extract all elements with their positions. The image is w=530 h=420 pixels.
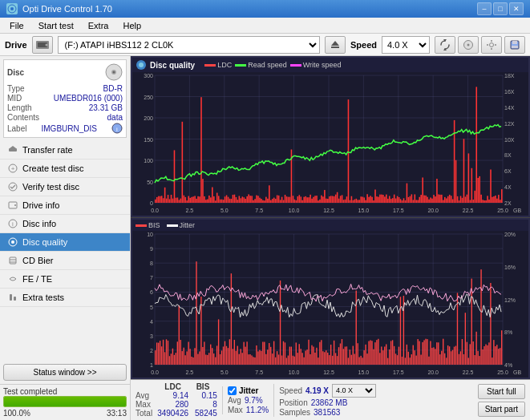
sidebar-item-drive-info[interactable]: Drive info: [0, 196, 130, 215]
title-bar: Opti Drive Control 1.70 – □ ✕: [0, 0, 530, 18]
avg-ldc: 9.14: [157, 391, 195, 400]
contents-value: data: [107, 113, 123, 122]
bis-legend-label: BIS: [148, 221, 160, 229]
eject-button[interactable]: [325, 36, 346, 54]
chart-top-icon: [136, 59, 147, 71]
jitter-avg-value: 9.7%: [245, 396, 263, 405]
read-speed-legend-color: [235, 64, 246, 67]
save-button[interactable]: [504, 36, 525, 54]
app-title: Opti Drive Control 1.70: [22, 4, 112, 14]
sidebar-item-verify-test-disc[interactable]: Verify test disc: [0, 178, 130, 196]
menu-file[interactable]: File: [3, 19, 30, 32]
chart-bottom-header: BIS Jitter: [132, 220, 528, 231]
svg-marker-5: [331, 41, 339, 46]
svg-point-4: [45, 43, 47, 46]
menu-help[interactable]: Help: [116, 19, 148, 32]
drive-select[interactable]: (F:) ATAPI iHBS112 2 CL0K: [58, 36, 320, 54]
minimize-button[interactable]: –: [477, 2, 492, 15]
svg-rect-20: [9, 148, 17, 151]
disc-button[interactable]: [458, 36, 479, 54]
position-value: 23862 MB: [311, 398, 348, 407]
refresh-button[interactable]: [435, 36, 455, 54]
write-speed-legend-color: [290, 64, 301, 67]
max-ldc: 280: [157, 400, 195, 409]
maximize-button[interactable]: □: [493, 2, 508, 15]
jitter-avg-label: Avg: [228, 396, 241, 405]
length-value: 23.31 GB: [89, 103, 123, 112]
stats-area: LDC BIS Avg 9.14 0.15 Max 280 8 Total 34…: [131, 379, 530, 420]
svg-point-24: [9, 183, 17, 191]
sidebar-item-fe-te[interactable]: FE / TE: [0, 270, 130, 289]
transfer-rate-icon: [8, 145, 18, 155]
disc-info-icon: i: [8, 219, 18, 228]
progress-bar: [3, 396, 127, 407]
status-window-button[interactable]: Status window >>: [3, 364, 127, 381]
sidebar-item-extra-tests[interactable]: Extra tests: [0, 289, 130, 307]
progress-percent: 100.0%: [3, 409, 30, 418]
progress-area: Test completed 100.0% 33:13: [0, 384, 130, 420]
svg-point-37: [139, 63, 144, 67]
jitter-checkbox[interactable]: [228, 386, 237, 395]
drive-icon: [32, 36, 53, 54]
jitter-legend-label: Jitter: [180, 221, 196, 229]
app-icon: [6, 3, 18, 14]
close-button[interactable]: ✕: [509, 2, 524, 15]
speed-select[interactable]: 4.0 X: [382, 36, 430, 54]
avg-row-label: Avg: [136, 391, 157, 400]
avg-bis: 0.15: [195, 391, 217, 400]
jitter-section: Jitter Avg 9.7% Max 11.2%: [222, 386, 269, 414]
samples-value: 381563: [314, 408, 340, 417]
svg-rect-6: [331, 46, 339, 48]
svg-point-10: [467, 43, 470, 46]
svg-rect-13: [512, 41, 517, 44]
svg-rect-35: [14, 297, 16, 301]
chart-bottom-body: [132, 231, 528, 378]
settings-button[interactable]: [481, 36, 502, 54]
type-value: BD-R: [103, 84, 123, 93]
position-label: Position: [279, 398, 308, 407]
sidebar-item-disc-quality[interactable]: Disc quality: [0, 233, 130, 252]
progress-bar-fill: [4, 397, 126, 406]
bis-legend-color: [136, 224, 147, 227]
chart-top-body: [132, 72, 528, 216]
write-speed-legend-label: Write speed: [303, 61, 342, 69]
sidebar-item-transfer-rate[interactable]: Transfer rate: [0, 141, 130, 160]
chart-top-header: Disc quality LDC Read speed Write speed: [132, 58, 528, 72]
fe-te-icon: [8, 274, 18, 284]
speed-stat-label: Speed: [279, 386, 302, 395]
speed-section: Speed 4.19 X 4.0 X Position 23862 MB Sam…: [273, 384, 376, 417]
jitter-max-label: Max: [228, 406, 243, 414]
time-label: 33:13: [107, 409, 127, 418]
drive-label: Drive: [5, 40, 27, 50]
jitter-legend-color: [167, 224, 178, 227]
bis-col-header: BIS: [195, 382, 217, 391]
disc-info-panel: Disc Type BD-R MID UMEBDR016 (000) Lengt…: [3, 59, 127, 138]
chart-top-title: Disc quality: [150, 61, 195, 70]
contents-label: Contents: [7, 113, 39, 122]
total-row-label: Total: [136, 409, 157, 418]
disc-panel-title: Disc: [7, 68, 24, 77]
svg-text:i: i: [116, 126, 118, 133]
speed-stat-select[interactable]: 4.0 X: [332, 384, 376, 398]
svg-point-1: [10, 7, 14, 10]
create-disc-icon: +: [8, 164, 18, 173]
sidebar-item-disc-info[interactable]: i Disc info: [0, 215, 130, 233]
start-full-button[interactable]: Start full: [478, 384, 525, 399]
label-value: IMGBURN_DIS: [42, 124, 97, 133]
disc-quality-icon: [8, 237, 18, 247]
speed-stat-value: 4.19 X: [305, 386, 329, 395]
start-part-button[interactable]: Start part: [478, 402, 525, 417]
menu-extra[interactable]: Extra: [82, 19, 115, 32]
svg-rect-31: [10, 257, 16, 264]
mid-value: UMEBDR016 (000): [54, 94, 123, 103]
sidebar-item-cd-bier[interactable]: CD Bier: [0, 252, 130, 270]
verify-icon: [8, 182, 18, 192]
sidebar: Disc Type BD-R MID UMEBDR016 (000) Lengt…: [0, 56, 131, 420]
cd-bier-icon: [8, 256, 18, 265]
ldc-legend-label: LDC: [217, 61, 232, 69]
ldc-legend-color: [204, 64, 216, 67]
svg-marker-21: [10, 146, 16, 148]
menu-start-test[interactable]: Start test: [32, 19, 80, 32]
read-speed-legend-label: Read speed: [248, 61, 287, 69]
sidebar-item-create-test-disc[interactable]: + Create test disc: [0, 160, 130, 178]
